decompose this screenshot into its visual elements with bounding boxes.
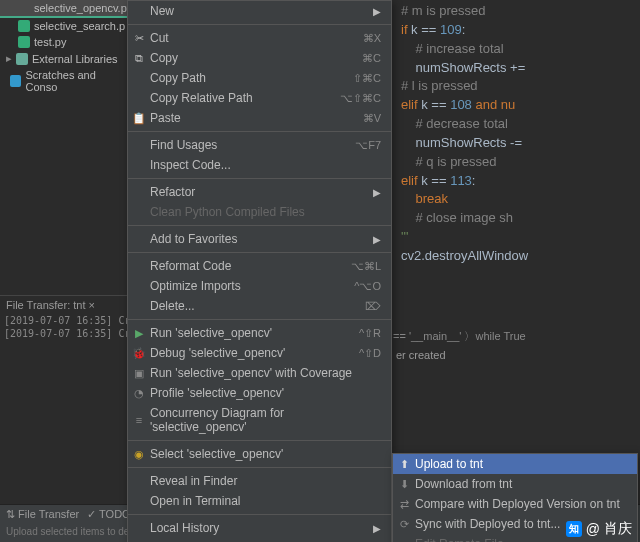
submenu-compare[interactable]: ⇄Compare with Deployed Version on tnt [393, 494, 637, 514]
panel-tab[interactable]: File Transfer: tnt × [0, 295, 130, 314]
shortcut: ⌘C [362, 52, 381, 65]
shortcut: ⌘V [363, 112, 381, 125]
menu-separator [128, 178, 391, 179]
menu-concurrency[interactable]: ≡Concurrency Diagram for 'selective_open… [128, 403, 391, 437]
menu-run[interactable]: ▶Run 'selective_opencv'^⇧R [128, 323, 391, 343]
log-line: [2019-07-07 16:35] Creat [0, 314, 130, 327]
paste-icon: 📋 [132, 112, 146, 125]
tree-file[interactable]: test.py [0, 34, 130, 50]
menu-separator [128, 514, 391, 515]
tree-file[interactable]: selective_search.p [0, 18, 130, 34]
shortcut: ⌘X [363, 32, 381, 45]
context-menu: New▶ ✂Cut⌘X ⧉Copy⌘C Copy Path⇧⌘C Copy Re… [127, 0, 392, 542]
shortcut: ^⌥O [354, 280, 381, 293]
menu-cut[interactable]: ✂Cut⌘X [128, 28, 391, 48]
menu-reveal-finder[interactable]: Reveal in Finder [128, 471, 391, 491]
menu-debug[interactable]: 🐞Debug 'selective_opencv'^⇧D [128, 343, 391, 363]
menu-reformat[interactable]: Reformat Code⌥⌘L [128, 256, 391, 276]
log-line: [2019-07-07 16:35] Creat [0, 327, 130, 340]
coverage-icon: ▣ [132, 367, 146, 380]
download-icon: ⬇ [397, 478, 411, 491]
menu-run-coverage[interactable]: ▣Run 'selective_opencv' with Coverage [128, 363, 391, 383]
file-tab[interactable]: selective_opencv.py [0, 0, 130, 18]
menu-separator [128, 252, 391, 253]
tab-todo[interactable]: ✓ TODO [87, 508, 130, 521]
chevron-right-icon: ▶ [373, 187, 381, 198]
shortcut: ^⇧D [359, 347, 381, 360]
menu-refactor[interactable]: Refactor▶ [128, 182, 391, 202]
shortcut: ^⇧R [359, 327, 381, 340]
shortcut: ⇧⌘C [353, 72, 381, 85]
library-icon [16, 53, 28, 65]
scratches[interactable]: Scratches and Conso [0, 67, 130, 95]
menu-delete[interactable]: Delete...⌦ [128, 296, 391, 316]
menu-add-favorites[interactable]: Add to Favorites▶ [128, 229, 391, 249]
compare-icon: ⇄ [397, 498, 411, 511]
menu-optimize-imports[interactable]: Optimize Imports^⌥O [128, 276, 391, 296]
menu-open-terminal[interactable]: Open in Terminal [128, 491, 391, 511]
menu-clean-python: Clean Python Compiled Files [128, 202, 391, 222]
menu-new[interactable]: New▶ [128, 1, 391, 21]
upload-icon: ⬆ [397, 458, 411, 471]
menu-separator [128, 467, 391, 468]
zhihu-icon: 知 [566, 521, 582, 537]
project-tree: selective_opencv.py selective_search.p t… [0, 0, 130, 95]
menu-synchronize[interactable]: ⟳Synchronize 'selective_opencv.py' [128, 538, 391, 542]
python-icon [18, 36, 30, 48]
shortcut: ⌥⌘L [351, 260, 381, 273]
menu-separator [128, 24, 391, 25]
select-icon: ◉ [132, 448, 146, 461]
code-editor[interactable]: # m is pressed if k == 109: # increase t… [395, 0, 640, 266]
tab-file-transfer[interactable]: ⇅ File Transfer [6, 508, 79, 521]
shortcut: ⌥⇧⌘C [340, 92, 381, 105]
chevron-right-icon: ▶ [373, 6, 381, 17]
profile-icon: ◔ [132, 387, 146, 400]
menu-inspect[interactable]: Inspect Code... [128, 155, 391, 175]
file-transfer-panel: File Transfer: tnt × [2019-07-07 16:35] … [0, 295, 130, 340]
cut-icon: ✂ [132, 32, 146, 45]
chevron-right-icon: ▶ [373, 234, 381, 245]
menu-copy-rel-path[interactable]: Copy Relative Path⌥⇧⌘C [128, 88, 391, 108]
submenu-download[interactable]: ⬇Download from tnt [393, 474, 637, 494]
watermark: 知@肖庆 [566, 520, 632, 538]
breadcrumb[interactable]: == '__main__' 〉while True [393, 329, 526, 344]
copy-icon: ⧉ [132, 52, 146, 65]
submenu-upload[interactable]: ⬆Upload to tnt [393, 454, 637, 474]
menu-separator [128, 319, 391, 320]
menu-find-usages[interactable]: Find Usages⌥F7 [128, 135, 391, 155]
sync-icon: ⟳ [397, 518, 411, 531]
notice-text: er created [396, 349, 446, 361]
file-label: test.py [34, 36, 66, 48]
python-icon [18, 20, 30, 32]
menu-separator [128, 131, 391, 132]
menu-copy-path[interactable]: Copy Path⇧⌘C [128, 68, 391, 88]
scratch-icon [10, 75, 21, 87]
concurrency-icon: ≡ [132, 414, 146, 426]
shortcut: ⌥F7 [355, 139, 381, 152]
menu-profile[interactable]: ◔Profile 'selective_opencv' [128, 383, 391, 403]
menu-separator [128, 225, 391, 226]
shortcut: ⌦ [365, 300, 381, 313]
ext-lib-label: External Libraries [32, 53, 118, 65]
file-label: selective_search.p [34, 20, 125, 32]
chevron-right-icon: ▶ [373, 523, 381, 534]
menu-separator [128, 440, 391, 441]
scratches-label: Scratches and Conso [25, 69, 126, 93]
run-icon: ▶ [132, 327, 146, 340]
menu-local-history[interactable]: Local History▶ [128, 518, 391, 538]
debug-icon: 🐞 [132, 347, 146, 360]
menu-paste[interactable]: 📋Paste⌘V [128, 108, 391, 128]
menu-select[interactable]: ◉Select 'selective_opencv' [128, 444, 391, 464]
external-libraries[interactable]: ▸External Libraries [0, 50, 130, 67]
menu-copy[interactable]: ⧉Copy⌘C [128, 48, 391, 68]
file-tab-label: selective_opencv.py [34, 2, 132, 14]
